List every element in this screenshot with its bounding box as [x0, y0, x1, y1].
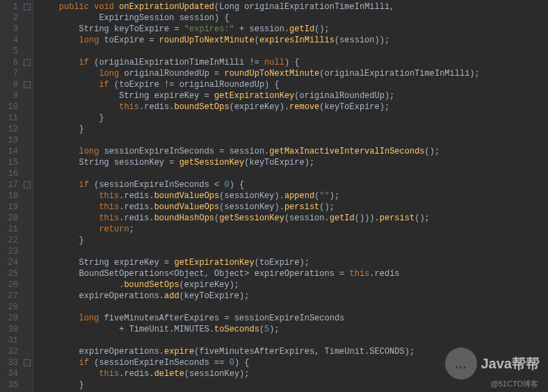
- code-line[interactable]: }: [39, 235, 480, 246]
- code-line[interactable]: [39, 246, 480, 257]
- code-area[interactable]: public void onExpirationUpdated(Long ori…: [33, 0, 480, 392]
- code-line[interactable]: this.redis.boundValueOps(sessionKey).app…: [39, 190, 480, 202]
- code-line[interactable]: long originalRoundedUp = roundUpToNextMi…: [39, 68, 480, 79]
- code-line[interactable]: this.redis.boundValueOps(sessionKey).per…: [39, 202, 480, 213]
- line-number: 15: [3, 157, 18, 168]
- code-line[interactable]: String expireKey = getExpirationKey(orig…: [39, 90, 480, 101]
- code-line[interactable]: [39, 135, 480, 146]
- line-number: 26: [3, 279, 18, 291]
- watermark-text: Java帮帮: [481, 358, 540, 369]
- line-number: 2: [3, 13, 18, 24]
- line-number: 31: [3, 335, 18, 346]
- line-number: 17: [3, 179, 18, 190]
- line-number: 19: [3, 202, 18, 213]
- line-number: 16: [3, 168, 18, 179]
- line-number: 13: [3, 135, 18, 146]
- line-number: 24: [3, 257, 18, 268]
- line-number: 22: [3, 235, 18, 246]
- code-line[interactable]: expireOperations.add(keyToExpire);: [39, 291, 480, 302]
- code-line[interactable]: long sessionExpireInSeconds = session.ge…: [39, 146, 480, 157]
- line-number: 23: [3, 246, 18, 257]
- line-number: 7: [3, 68, 18, 79]
- line-number: 14: [3, 146, 18, 157]
- code-line[interactable]: String keyToExpire = "expires:" + sessio…: [39, 24, 480, 35]
- line-number: 28: [3, 302, 18, 313]
- code-line[interactable]: [39, 168, 480, 179]
- fold-column: -----: [22, 0, 33, 392]
- code-line[interactable]: String sessionKey = getSessionKey(keyToE…: [39, 157, 480, 168]
- line-number: 6: [3, 57, 18, 68]
- code-line[interactable]: [39, 46, 480, 57]
- code-line[interactable]: BoundSetOperations<Object, Object> expir…: [39, 268, 480, 279]
- line-number: 32: [3, 346, 18, 357]
- fold-toggle-icon[interactable]: -: [24, 359, 31, 366]
- watermark: … Java帮帮: [445, 348, 540, 379]
- line-number: 21: [3, 224, 18, 235]
- code-line[interactable]: }: [39, 124, 480, 135]
- code-line[interactable]: String expireKey = getExpirationKey(toEx…: [39, 257, 480, 268]
- line-number: 30: [3, 324, 18, 335]
- fold-toggle-icon[interactable]: -: [24, 181, 31, 188]
- fold-toggle-icon[interactable]: -: [24, 59, 31, 66]
- line-number: 10: [3, 101, 18, 113]
- line-number: 8: [3, 79, 18, 90]
- line-number: 3: [3, 24, 18, 35]
- code-line[interactable]: if (sessionExpireInSeconds == 0) {: [39, 357, 480, 368]
- line-number: 34: [3, 368, 18, 379]
- line-number: 12: [3, 124, 18, 135]
- line-number: 9: [3, 90, 18, 101]
- line-number: 33: [3, 357, 18, 368]
- line-number: 27: [3, 291, 18, 302]
- line-number: 18: [3, 190, 18, 202]
- code-line[interactable]: long fiveMinutesAfterExpires = sessionEx…: [39, 313, 480, 324]
- code-line[interactable]: ExpiringSession session) {: [39, 13, 480, 24]
- line-number: 5: [3, 46, 18, 57]
- code-line[interactable]: long toExpire = roundUpToNextMinute(expi…: [39, 35, 480, 46]
- line-number: 1: [3, 1, 18, 13]
- code-line[interactable]: return;: [39, 224, 480, 235]
- code-line[interactable]: if (sessionExpireInSeconds < 0) {: [39, 179, 480, 190]
- line-number-gutter: 1234567891011121314151617181920212223242…: [0, 0, 22, 392]
- code-line[interactable]: }: [39, 379, 480, 391]
- line-number: 29: [3, 313, 18, 324]
- wechat-icon: …: [445, 348, 477, 379]
- code-line[interactable]: if (toExpire != originalRoundedUp) {: [39, 79, 480, 90]
- code-line[interactable]: if (originalExpirationTimeInMilli != nul…: [39, 57, 480, 68]
- code-line[interactable]: + TimeUnit.MINUTES.toSeconds(5);: [39, 324, 480, 335]
- line-number: 35: [3, 379, 18, 391]
- watermark-sub: @51CTO博客: [491, 378, 538, 389]
- line-number: 11: [3, 113, 18, 124]
- code-line[interactable]: this.redis.boundHashOps(getSessionKey(se…: [39, 213, 480, 224]
- line-number: 4: [3, 35, 18, 46]
- code-line[interactable]: }: [39, 113, 480, 124]
- code-line[interactable]: public void onExpirationUpdated(Long ori…: [39, 1, 480, 13]
- code-editor: 1234567891011121314151617181920212223242…: [0, 0, 548, 392]
- line-number: 20: [3, 213, 18, 224]
- code-line[interactable]: this.redis.delete(sessionKey);: [39, 368, 480, 379]
- line-number: 25: [3, 268, 18, 279]
- fold-toggle-icon[interactable]: -: [24, 3, 31, 10]
- code-line[interactable]: this.redis.boundSetOps(expireKey).remove…: [39, 101, 480, 113]
- code-line[interactable]: expireOperations.expire(fiveMinutesAfter…: [39, 346, 480, 357]
- fold-toggle-icon[interactable]: -: [24, 81, 31, 88]
- code-line[interactable]: [39, 302, 480, 313]
- code-line[interactable]: [39, 335, 480, 346]
- code-line[interactable]: .boundSetOps(expireKey);: [39, 279, 480, 291]
